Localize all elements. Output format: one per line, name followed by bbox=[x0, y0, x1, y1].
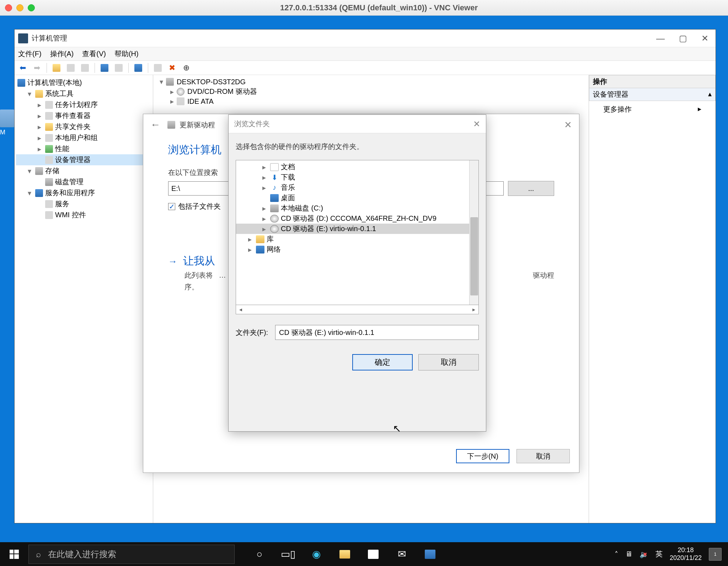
tree-storage[interactable]: ▾ 存储 bbox=[16, 165, 151, 176]
tree-wmi[interactable]: WMI 控件 bbox=[16, 209, 151, 220]
tree-device-manager[interactable]: 设备管理器 bbox=[16, 154, 151, 165]
local-users-icon bbox=[45, 134, 53, 142]
desktop-icon-partial[interactable]: M bbox=[0, 110, 14, 142]
tree-item-desktop-label: 桌面 bbox=[281, 193, 295, 203]
toolbar-update-icon[interactable]: ⊕ bbox=[180, 62, 192, 74]
taskbar-explorer-icon[interactable] bbox=[331, 542, 359, 566]
wizard-back-button[interactable]: ← bbox=[150, 119, 160, 130]
scroll-right-icon[interactable]: ▸ bbox=[469, 306, 478, 313]
menu-action[interactable]: 操作(A) bbox=[50, 49, 74, 59]
taskbar-cmgmt-icon[interactable] bbox=[416, 542, 444, 566]
chevron-up-icon: ▴ bbox=[708, 90, 712, 99]
mac-maximize-button[interactable] bbox=[28, 4, 35, 11]
browse-folder-tree[interactable]: ▸ 文档 ▸⬇ 下载 ▸♪ 音乐 桌面 bbox=[236, 160, 479, 305]
tree-task-scheduler-label: 任务计划程序 bbox=[55, 100, 98, 110]
scrollbar-thumb[interactable] bbox=[470, 217, 478, 295]
taskbar-cortana-icon[interactable]: ○ bbox=[245, 542, 274, 566]
tree-item-cd-e-label: CD 驱动器 (E:) virtio-win-0.1.1 bbox=[281, 224, 376, 234]
wizard-browse-button[interactable]: ... bbox=[508, 181, 554, 196]
tray-ime[interactable]: 英 bbox=[655, 549, 663, 559]
tree-item-libraries[interactable]: ▸ 库 bbox=[236, 234, 478, 244]
tree-local-users[interactable]: ▸ 本地用户和组 bbox=[16, 132, 151, 143]
menu-help[interactable]: 帮助(H) bbox=[114, 49, 139, 59]
toolbar-monitor-icon[interactable] bbox=[132, 62, 144, 74]
scroll-left-icon[interactable]: ◂ bbox=[236, 306, 245, 313]
tree-event-viewer[interactable]: ▸ 事件查看器 bbox=[16, 110, 151, 121]
taskbar-taskview-icon[interactable]: ▭▯ bbox=[274, 542, 302, 566]
tree-performance[interactable]: ▸ 性能 bbox=[16, 143, 151, 154]
network-icon bbox=[256, 246, 264, 253]
horizontal-scrollbar[interactable]: ◂ ▸ bbox=[236, 305, 479, 314]
wizard-close-button[interactable]: ✕ bbox=[564, 119, 572, 130]
tree-item-cd-e[interactable]: ▸ CD 驱动器 (E:) virtio-win-0.1.1 bbox=[236, 224, 478, 234]
cmgmt-maximize-button[interactable]: ▢ bbox=[679, 33, 687, 43]
tree-task-scheduler[interactable]: ▸ 任务计划程序 bbox=[16, 99, 151, 110]
tree-system-tools-label: 系统工具 bbox=[45, 89, 74, 98]
cmgmt-titlebar[interactable]: 计算机管理 — ▢ ✕ bbox=[15, 30, 716, 47]
menu-file[interactable]: 文件(F) bbox=[18, 49, 42, 59]
toolbar-view-icon[interactable] bbox=[113, 62, 125, 74]
windows-logo-icon bbox=[10, 550, 19, 559]
taskbar-search[interactable]: ⌕ 在此键入进行搜索 bbox=[28, 545, 235, 564]
toolbar-properties-icon[interactable] bbox=[65, 62, 77, 74]
device-host[interactable]: ▾ DESKTOP-DS3T2DG bbox=[156, 77, 586, 86]
wizard-cancel-button[interactable]: 取消 bbox=[516, 449, 570, 463]
recycle-bin-icon bbox=[0, 110, 14, 127]
taskbar-store-icon[interactable] bbox=[359, 542, 387, 566]
toolbar-option-icon[interactable] bbox=[79, 62, 91, 74]
tree-item-desktop[interactable]: 桌面 bbox=[236, 193, 478, 203]
browse-ok-button[interactable]: 确定 bbox=[352, 354, 413, 370]
tray-volume-icon[interactable]: 🔈✖ bbox=[639, 550, 648, 559]
cmgmt-close-button[interactable]: ✕ bbox=[701, 33, 708, 43]
disc-icon bbox=[270, 215, 279, 223]
chevron-right-icon: ▸ bbox=[698, 105, 701, 114]
mac-minimize-button[interactable] bbox=[16, 4, 23, 11]
browse-cancel-button[interactable]: 取消 bbox=[418, 354, 479, 370]
tree-services[interactable]: 服务 bbox=[16, 198, 151, 209]
taskbar-edge-icon[interactable]: ◉ bbox=[302, 542, 331, 566]
tray-overflow-icon[interactable]: ˄ bbox=[615, 550, 618, 559]
tray-notifications-icon[interactable]: 1 bbox=[709, 548, 722, 561]
taskbar-mail-icon[interactable]: ✉ bbox=[387, 542, 416, 566]
shared-folders-icon bbox=[45, 123, 53, 131]
tree-shared-folders[interactable]: ▸ 共享文件夹 bbox=[16, 121, 151, 132]
browse-folder-input[interactable]: CD 驱动器 (E:) virtio-win-0.1.1 bbox=[275, 325, 479, 340]
actions-category[interactable]: 设备管理器 ▴ bbox=[589, 88, 716, 101]
tree-system-tools[interactable]: ▾ 系统工具 bbox=[16, 88, 151, 99]
actions-more[interactable]: 更多操作 ▸ bbox=[589, 101, 716, 118]
tree-root[interactable]: 计算机管理(本地) bbox=[16, 77, 151, 88]
tree-item-music[interactable]: ▸♪ 音乐 bbox=[236, 182, 478, 193]
browse-titlebar[interactable]: 浏览文件夹 ✕ bbox=[229, 115, 486, 133]
toolbar-help-icon[interactable] bbox=[98, 62, 111, 74]
tray-clock[interactable]: 20:18 2020/11/22 bbox=[670, 546, 702, 562]
vertical-scrollbar[interactable] bbox=[469, 160, 478, 305]
cmgmt-minimize-button[interactable]: — bbox=[656, 33, 665, 43]
toolbar-back-icon[interactable]: ⬅ bbox=[17, 62, 29, 74]
device-ide[interactable]: ▸ IDE ATA bbox=[156, 97, 586, 106]
toolbar-disable-icon[interactable]: ✖ bbox=[166, 62, 178, 74]
tree-item-local-disk-c[interactable]: ▸ 本地磁盘 (C:) bbox=[236, 203, 478, 213]
include-subfolders-checkbox[interactable]: ✓ bbox=[168, 203, 175, 210]
mac-close-button[interactable] bbox=[5, 4, 12, 11]
ide-icon bbox=[177, 97, 184, 105]
tree-item-cd-d[interactable]: ▸ CD 驱动器 (D:) CCCOMA_X64FRE_ZH-CN_DV9 bbox=[236, 213, 478, 224]
wizard-next-button[interactable]: 下一步(N) bbox=[456, 449, 509, 463]
tree-item-libraries-label: 库 bbox=[267, 234, 274, 244]
task-scheduler-icon bbox=[45, 101, 53, 109]
cmgmt-tree-pane[interactable]: 计算机管理(本地) ▾ 系统工具 ▸ 任务计划程序 ▸ 事件查看器 bbox=[15, 75, 153, 523]
tree-disk-mgmt[interactable]: 磁盘管理 bbox=[16, 176, 151, 187]
device-icon bbox=[167, 121, 175, 129]
toolbar-folder-up-icon[interactable] bbox=[50, 62, 63, 74]
tree-item-downloads[interactable]: ▸⬇ 下载 bbox=[236, 172, 478, 182]
start-button[interactable] bbox=[0, 542, 28, 566]
device-dvd[interactable]: ▸ DVD/CD-ROM 驱动器 bbox=[156, 86, 586, 97]
menu-view[interactable]: 查看(V) bbox=[82, 49, 106, 59]
tray-notification-count: 1 bbox=[714, 552, 717, 557]
tree-services-apps[interactable]: ▾ 服务和应用程序 bbox=[16, 187, 151, 198]
tree-item-network[interactable]: ▸ 网络 bbox=[236, 244, 478, 255]
tray-network-icon[interactable]: 🖥 bbox=[625, 550, 632, 558]
toolbar-scan-icon[interactable] bbox=[152, 62, 164, 74]
tree-item-documents[interactable]: ▸ 文档 bbox=[236, 162, 478, 172]
browse-close-button[interactable]: ✕ bbox=[473, 119, 480, 129]
actions-more-label: 更多操作 bbox=[603, 105, 632, 114]
